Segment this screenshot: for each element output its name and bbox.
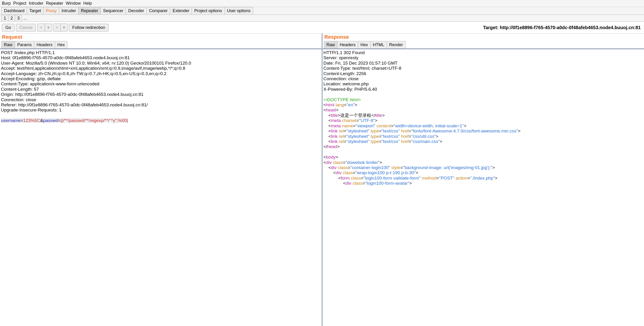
attr: type <box>370 134 379 139</box>
response-tab-headers[interactable]: Headers <box>337 41 358 49</box>
val: "stylesheet" <box>346 129 370 133</box>
tag: head <box>326 108 336 112</box>
attr: class <box>351 176 361 180</box>
request-body-amp[interactable]: & <box>40 118 43 123</box>
attr: lang <box>336 102 344 107</box>
response-subtabs: Raw Headers Hex HTML Render <box>322 41 644 49</box>
attr: rel <box>339 129 344 133</box>
target-label[interactable]: Target: http://0f1e8896-f765-4570-a0dc-0… <box>483 25 642 30</box>
attr: type <box>370 139 379 144</box>
attr: action <box>456 176 468 180</box>
val: "css/util.css" <box>411 134 436 139</box>
val: "login100-form-avatar" <box>365 181 409 186</box>
response-editor[interactable]: HTTP/1.1 302 Found Server: openresty Dat… <box>322 49 644 326</box>
attr: rel <box>339 134 344 139</box>
go-button[interactable]: Go <box>2 24 14 32</box>
attr: href <box>401 134 408 139</box>
response-headers: HTTP/1.1 302 Found Server: openresty Dat… <box>324 50 401 92</box>
val: "login100-form validate-form" <box>364 176 421 180</box>
menu-item[interactable]: Window <box>66 1 81 6</box>
request-tab-params[interactable]: Params <box>15 41 34 49</box>
attr: class <box>343 170 353 175</box>
menu-item[interactable]: Burp <box>2 1 11 6</box>
tab-intruder[interactable]: Intruder <box>59 7 78 15</box>
tab-repeater[interactable]: Repeater <box>78 7 101 15</box>
tab-sequencer[interactable]: Sequencer <box>100 7 126 15</box>
request-body-val2[interactable]: ||/**/passwd/**/regexp/**/"^y";%00 <box>61 118 127 123</box>
val: "dowebok limiter" <box>346 160 380 165</box>
menu-item[interactable]: Help <box>83 1 92 6</box>
response-pane: Response Raw Headers Hex HTML Render HTT… <box>322 33 644 326</box>
main-tabs: Dashboard Target Proxy Intruder Repeater… <box>0 7 644 15</box>
attr: class <box>353 181 363 186</box>
attr: href <box>401 129 408 133</box>
menu-item[interactable]: Intruder <box>29 1 43 6</box>
tag: body <box>326 155 336 160</box>
val: "text/css" <box>382 139 400 144</box>
menu-item[interactable]: Project <box>13 1 26 6</box>
tag: title <box>331 113 338 118</box>
val: "fonts/font-Awesome-4.7.0/css/font-aweso… <box>411 129 518 133</box>
menu-bar: Burp Project Intruder Repeater Window He… <box>0 0 644 7</box>
forward-menu-button: ▾ <box>60 24 68 32</box>
attr: class <box>333 160 343 165</box>
response-doctype: <!DOCTYPE html> <box>324 97 361 102</box>
tab-dashboard[interactable]: Dashboard <box>2 7 27 15</box>
val: "container-login100" <box>350 165 390 170</box>
tag: div <box>331 165 336 170</box>
repeater-tab-more[interactable]: ... <box>22 15 29 22</box>
response-tab-raw[interactable]: Raw <box>324 41 338 49</box>
val: "background-image: url('images/img-01.jp… <box>403 165 492 170</box>
tag: head <box>327 144 337 149</box>
response-tab-hex[interactable]: Hex <box>358 41 370 49</box>
tag: meta <box>331 123 341 128</box>
val: "stylesheet" <box>346 134 370 139</box>
val: "text/css" <box>382 134 400 139</box>
tag: link <box>331 139 338 144</box>
attr: content <box>376 123 391 128</box>
tab-target[interactable]: Target <box>27 7 44 15</box>
val: "wrap-login100 p-t-190 p-b-30" <box>356 170 416 175</box>
response-pane-title: Response <box>322 34 644 41</box>
menu-item[interactable]: Repeater <box>46 1 63 6</box>
tag: meta <box>331 118 341 123</box>
request-body-val1[interactable]: 123%5C <box>23 118 40 123</box>
tag: div <box>346 181 351 186</box>
repeater-tab-3[interactable]: 3 <box>15 15 22 22</box>
tag: html <box>326 102 334 107</box>
attr: href <box>401 139 408 144</box>
tag: div <box>336 170 342 175</box>
request-headers[interactable]: POST /index.php HTTP/1.1 Host: 0f1e8896-… <box>1 50 191 112</box>
tag: title <box>375 113 382 118</box>
tab-project-options[interactable]: Project options <box>192 7 224 15</box>
tab-user-options[interactable]: User options <box>224 7 253 15</box>
response-tab-html[interactable]: HTML <box>370 41 387 49</box>
attr: type <box>370 129 379 133</box>
val: "en" <box>346 102 355 107</box>
request-editor[interactable]: POST /index.php HTTP/1.1 Host: 0f1e8896-… <box>0 49 322 326</box>
response-tab-render[interactable]: Render <box>387 41 406 49</box>
follow-redirection-button[interactable]: Follow redirection <box>69 24 108 32</box>
request-tab-headers[interactable]: Headers <box>34 41 55 49</box>
val: "POST" <box>439 176 454 180</box>
toolbar: Go Cancel < ▾ > ▾ Follow redirection Tar… <box>0 22 644 33</box>
val: "./index.php" <box>470 176 495 180</box>
attr: style <box>391 165 400 170</box>
request-body-key1[interactable]: username <box>1 118 21 123</box>
tab-decoder[interactable]: Decoder <box>126 7 146 15</box>
val: "css/main.css" <box>411 139 440 144</box>
repeater-subtabs: 1 2 3 ... <box>0 15 644 22</box>
request-body-key2[interactable]: passwd <box>43 118 58 123</box>
repeater-tab-2[interactable]: 2 <box>8 15 15 22</box>
title-text: 这是一个登录框 <box>340 113 371 118</box>
request-pane-title: Request <box>0 34 322 41</box>
tag: link <box>331 134 338 139</box>
repeater-tab-1[interactable]: 1 <box>2 15 8 22</box>
tab-proxy[interactable]: Proxy <box>43 7 59 15</box>
tab-extender[interactable]: Extender <box>170 7 192 15</box>
tag: link <box>331 129 338 133</box>
tab-comparer[interactable]: Comparer <box>146 7 170 15</box>
request-tab-hex[interactable]: Hex <box>55 41 67 49</box>
tag: div <box>326 160 332 165</box>
request-tab-raw[interactable]: Raw <box>2 41 15 49</box>
